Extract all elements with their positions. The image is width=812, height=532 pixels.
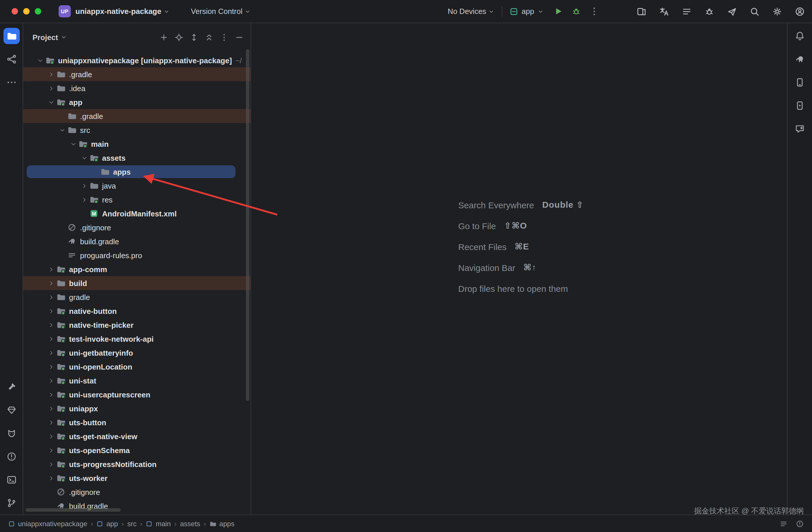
tree-row-uts-progressnotification[interactable]: uts-progressNotification [23,457,250,471]
gradle-icon[interactable] [792,51,808,67]
tool-more-horizontal-button[interactable] [3,74,19,90]
zoom-window-button[interactable] [35,8,41,15]
chevron-closed-icon[interactable] [46,448,56,453]
tool-gem-button[interactable] [3,402,19,418]
project-name-menu[interactable]: uniappx-native-package [75,7,170,16]
chevron-closed-icon[interactable] [46,461,56,467]
chevron-closed-icon[interactable] [46,420,56,425]
tool-logcat-button[interactable] [3,425,19,442]
tool-problems-button[interactable] [3,448,19,465]
tool-git-branch-button[interactable] [3,495,19,511]
horizontal-scrollbar[interactable] [26,508,121,512]
collapse-all-button[interactable] [205,33,214,42]
minimize-window-button[interactable] [23,8,30,15]
chevron-closed-icon[interactable] [79,183,89,188]
chevron-closed-icon[interactable] [46,322,56,328]
status-problems-icon[interactable] [796,519,804,528]
breadcrumb-item-apps[interactable]: apps [209,519,234,528]
tool-structure-button[interactable] [3,51,19,67]
project-panel-title-menu[interactable]: Project [32,33,67,42]
tree-row-main[interactable]: main [23,137,250,151]
tree-row-uni-openlocation[interactable]: uni-openLocation [23,360,250,374]
tree-row-gradle[interactable]: gradle [23,290,250,304]
translate-icon[interactable] [659,6,669,16]
breadcrumb-item-uniappxnativepackage[interactable]: uniappxnativepackage [8,519,87,528]
tree-row-app-comm[interactable]: app-comm [23,262,250,276]
chevron-open-icon[interactable] [35,58,45,63]
hide-button[interactable] [235,33,244,42]
chevron-closed-icon[interactable] [46,308,56,314]
tree-row-uts-worker[interactable]: uts-worker [23,471,250,485]
tree-row-uni-usercapturescreen[interactable]: uni-usercapturescreen [23,388,250,401]
tree-row-idea[interactable]: .idea [23,81,250,95]
chevron-closed-icon[interactable] [46,350,56,355]
tree-row-src[interactable]: src [23,123,250,137]
assistant-icon[interactable] [792,121,808,137]
close-window-button[interactable] [12,8,18,15]
tree-row-apps[interactable]: apps [23,165,250,179]
tree-row-build-gradle[interactable]: build.gradle [23,234,250,248]
breadcrumb-item-assets[interactable]: assets [180,519,200,528]
chevron-closed-icon[interactable] [46,364,56,369]
tree-row-uts-get-native-view[interactable]: uts-get-native-view [23,429,250,443]
chevron-closed-icon[interactable] [46,72,56,77]
chevron-open-icon[interactable] [57,127,67,132]
profiler-bug-icon[interactable] [704,6,714,16]
chevron-closed-icon[interactable] [79,197,89,202]
send-feedback-icon[interactable] [727,6,737,16]
tree-row-uts-button[interactable]: uts-button [23,415,250,429]
device-mirror-icon[interactable] [636,6,647,16]
debug-button[interactable] [571,6,581,16]
tree-row-gitignore[interactable]: .gitignore [23,220,250,234]
tree-row-java[interactable]: java [23,179,250,192]
tree-row-androidmanifest-xml[interactable]: MAndroidManifest.xml [23,206,250,220]
device-selector[interactable]: No Devices [448,7,495,16]
running-devices-icon[interactable] [792,98,808,114]
device-manager-icon[interactable] [792,74,808,90]
chevron-open-icon[interactable] [46,100,56,105]
status-task-list-icon[interactable] [780,519,788,528]
chevron-closed-icon[interactable] [46,86,56,91]
more-vertical-button[interactable] [220,33,229,42]
settings-icon[interactable] [772,6,782,16]
chevron-closed-icon[interactable] [46,281,56,286]
tree-row-gradle[interactable]: .gradle [23,67,250,81]
tree-row-build[interactable]: build [23,276,250,290]
tool-project-view-button[interactable] [3,28,19,44]
vertical-scrollbar[interactable] [246,49,249,401]
tree-row-native-button[interactable]: native-button [23,304,250,318]
tree-row-proguard-rules-pro[interactable]: proguard-rules.pro [23,248,250,262]
tool-build-hammer-button[interactable] [3,379,19,395]
breadcrumb-item-app[interactable]: app [97,519,118,528]
chevron-closed-icon[interactable] [46,392,56,397]
tree-row-uni-getbatteryinfo[interactable]: uni-getbatteryinfo [23,346,250,360]
more-vertical-button[interactable] [589,6,599,16]
tree-row-test-invoke-network-api[interactable]: test-invoke-network-api [23,332,250,346]
chevron-open-icon[interactable] [79,155,89,160]
breadcrumb-item-main[interactable]: main [146,519,171,528]
tree-row-uniappx[interactable]: uniappx [23,401,250,415]
tree-row-assets[interactable]: assets [23,151,250,165]
chevron-closed-icon[interactable] [46,475,56,481]
account-icon[interactable] [795,6,805,16]
run-configuration-selector[interactable]: app [509,7,544,16]
chevron-closed-icon[interactable] [46,294,56,300]
expand-all-button[interactable] [190,33,198,42]
locate-target-button[interactable] [175,33,183,42]
tree-row-res[interactable]: res [23,192,250,206]
chevron-closed-icon[interactable] [46,406,56,411]
bell-icon[interactable] [792,28,808,44]
tree-row-uniappxnativepackage-uniappx-native-package[interactable]: uniappxnativepackage [uniappx-native-pac… [23,53,250,67]
breadcrumb-item-src[interactable]: src [127,519,136,528]
tree-row-native-time-picker[interactable]: native-time-picker [23,318,250,332]
tree-row-gitignore[interactable]: .gitignore [23,485,250,499]
tree-row-uni-stat[interactable]: uni-stat [23,374,250,388]
tree-row-app[interactable]: app [23,95,250,109]
add-button[interactable] [160,33,168,42]
chevron-closed-icon[interactable] [46,267,56,272]
tree-row-gradle[interactable]: .gradle [23,109,250,123]
version-control-menu[interactable]: Version Control [191,7,251,16]
tree-row-uts-openschema[interactable]: uts-openSchema [23,443,250,457]
chevron-closed-icon[interactable] [46,378,56,383]
chevron-closed-icon[interactable] [46,434,56,439]
